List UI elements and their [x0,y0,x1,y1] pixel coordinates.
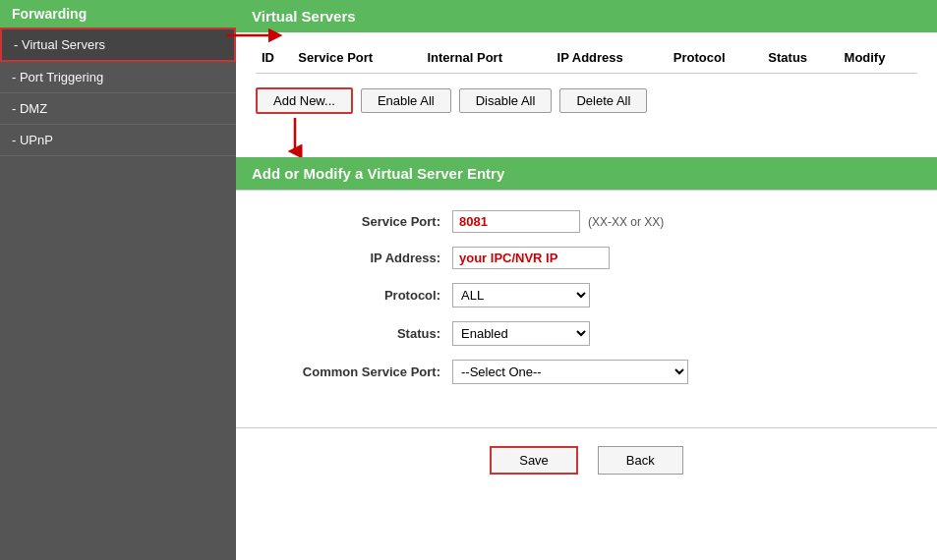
col-modify: Modify [839,42,917,74]
virtual-servers-table: ID Service Port Internal Port IP Address… [256,42,917,74]
add-modify-title: Add or Modify a Virtual Server Entry [252,165,504,182]
col-protocol: Protocol [668,42,763,74]
service-port-hint: (XX-XX or XX) [588,215,664,229]
add-new-button[interactable]: Add New... [256,87,353,114]
col-internal-port: Internal Port [421,42,551,74]
status-select[interactable]: Enabled Disabled [452,321,590,346]
col-status: Status [762,42,838,74]
service-port-row: Service Port: (XX-XX or XX) [275,210,898,233]
sidebar-item-virtual-servers[interactable]: - Virtual Servers [0,28,236,62]
back-button[interactable]: Back [598,446,683,475]
ip-address-label: IP Address: [275,251,452,265]
main-content: Virtual Servers ID Service Port Internal… [236,0,937,560]
save-button[interactable]: Save [490,446,578,475]
bottom-buttons-row: Save Back [236,427,937,492]
delete-all-button[interactable]: Delete All [559,88,647,113]
add-modify-section: Add or Modify a Virtual Server Entry Ser… [236,157,937,560]
down-arrow-icon [285,118,305,157]
protocol-row: Protocol: ALL TCP UDP [275,283,898,308]
sidebar-item-dmz[interactable]: - DMZ [0,93,236,125]
ip-address-input[interactable] [452,247,610,269]
virtual-servers-header: Virtual Servers [236,0,937,32]
col-ip-address: IP Address [552,42,668,74]
sidebar: Forwarding - Virtual Servers - Port Trig… [0,0,236,560]
action-buttons-row: Add New... Enable All Disable All Delete… [256,84,917,114]
status-row: Status: Enabled Disabled [275,321,898,346]
sidebar-item-port-triggering[interactable]: - Port Triggering [0,62,236,93]
table-area: ID Service Port Internal Port IP Address… [236,32,937,84]
sidebar-item-label: - UPnP [12,133,53,147]
sidebar-item-label: - DMZ [12,101,47,116]
add-modify-header: Add or Modify a Virtual Server Entry [236,157,937,190]
form-area: Service Port: (XX-XX or XX) IP Address: … [236,190,937,418]
col-service-port: Service Port [292,42,421,74]
common-port-label: Common Service Port: [275,364,452,379]
enable-all-button[interactable]: Enable All [361,88,451,113]
sidebar-arrow-icon [226,21,285,50]
service-port-label: Service Port: [275,214,452,229]
ip-address-row: IP Address: [275,247,898,269]
sidebar-item-upnp[interactable]: - UPnP [0,125,236,156]
sidebar-header: Forwarding [0,0,236,28]
common-port-row: Common Service Port: --Select One-- [275,360,898,384]
service-port-input[interactable] [452,210,580,233]
common-port-select[interactable]: --Select One-- [452,360,688,384]
down-arrow-wrapper [256,114,917,157]
sidebar-item-label: - Virtual Servers [14,37,105,52]
sidebar-item-label: - Port Triggering [12,70,103,84]
disable-all-button[interactable]: Disable All [459,88,553,113]
protocol-select[interactable]: ALL TCP UDP [452,283,590,308]
status-label: Status: [275,326,452,341]
protocol-label: Protocol: [275,288,452,303]
